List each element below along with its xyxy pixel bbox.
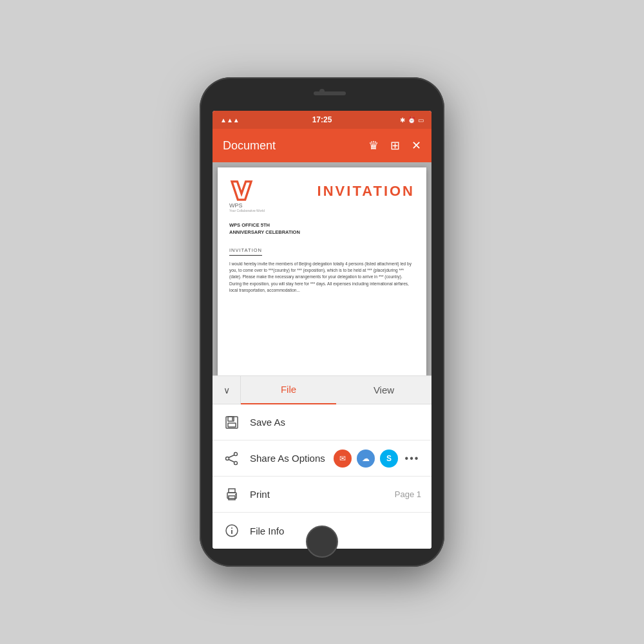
share-label: Share As Options [250,453,334,464]
share-skype-icon[interactable]: S [380,450,398,468]
alarm-icon: ⏰ [408,117,415,124]
doc-header: WPS Your Collaborative World INVITATION [229,180,415,213]
svg-point-13 [235,494,236,495]
svg-line-8 [229,455,234,457]
svg-point-7 [226,457,229,460]
wps-brand-text: WPS [229,202,243,209]
svg-marker-0 [232,182,251,200]
doc-subtitle: WPS OFFICE 5TH ANNIVERSARY CELEBRATION [229,222,415,236]
svg-point-16 [231,527,232,529]
save-as-icon [223,413,241,431]
doc-section-label: INVITATION [229,247,262,256]
print-label: Print [250,489,395,500]
wifi-icon: ▲▲▲ [220,117,240,124]
save-as-label: Save As [250,417,421,428]
phone-speaker [314,91,346,95]
top-bar: Document ♛ ⊞ ✕ [213,129,431,162]
bluetooth-icon: ✱ [400,117,405,124]
svg-point-5 [234,452,238,455]
chevron-button[interactable]: ∨ [213,376,241,404]
menu-item-save-as[interactable]: Save As [213,404,431,440]
status-right: ✱ ⏰ ▭ [400,117,424,124]
document-area: WPS Your Collaborative World INVITATION … [213,162,431,375]
status-bar: ▲▲▲ 17:25 ✱ ⏰ ▭ [213,111,431,129]
crown-icon[interactable]: ♛ [368,138,379,153]
top-bar-icons: ♛ ⊞ ✕ [368,138,421,153]
tab-view[interactable]: View [336,376,431,404]
menu-tabs: ∨ File View [213,376,431,404]
wps-logo: WPS Your Collaborative World [229,180,265,213]
menu-item-print[interactable]: Print Page 1 [213,477,431,513]
print-page-label: Page 1 [395,489,421,499]
share-email-icon[interactable]: ✉ [334,450,352,468]
battery-icon: ▭ [418,117,424,124]
phone-camera [319,89,325,94]
wps-logo-svg [229,180,254,201]
invitation-header-title: INVITATION [317,183,415,200]
share-cloud-icon[interactable]: ☁ [357,450,375,468]
share-more-icon[interactable]: ••• [403,450,421,468]
svg-point-6 [234,461,238,464]
close-icon[interactable]: ✕ [412,138,421,153]
menu-panel: ∨ File View Save As [213,375,431,549]
svg-rect-11 [229,489,235,493]
svg-line-9 [229,459,234,462]
document-title: Document [223,139,368,153]
phone-home-button[interactable] [306,526,338,558]
tab-file[interactable]: File [241,376,336,404]
file-info-icon [223,522,241,540]
phone-device: ▲▲▲ 17:25 ✱ ⏰ ▭ Document ♛ ⊞ ✕ [200,77,444,567]
doc-body: I would hereby invite the members of Bei… [229,261,415,294]
svg-rect-12 [229,496,235,500]
status-left: ▲▲▲ [220,117,240,124]
tab-icon[interactable]: ⊞ [390,138,400,153]
share-options-icons: ✉ ☁ S ••• [334,450,421,468]
print-icon [223,486,241,504]
menu-item-share[interactable]: Share As Options ✉ ☁ S ••• [213,440,431,477]
document-page: WPS Your Collaborative World INVITATION … [218,167,426,375]
status-time: 17:25 [312,115,332,124]
svg-rect-3 [228,423,236,427]
chevron-down-icon: ∨ [223,385,230,395]
share-icon [223,450,241,468]
wps-tagline: Your Collaborative World [229,209,265,213]
phone-screen: ▲▲▲ 17:25 ✱ ⏰ ▭ Document ♛ ⊞ ✕ [213,111,431,549]
